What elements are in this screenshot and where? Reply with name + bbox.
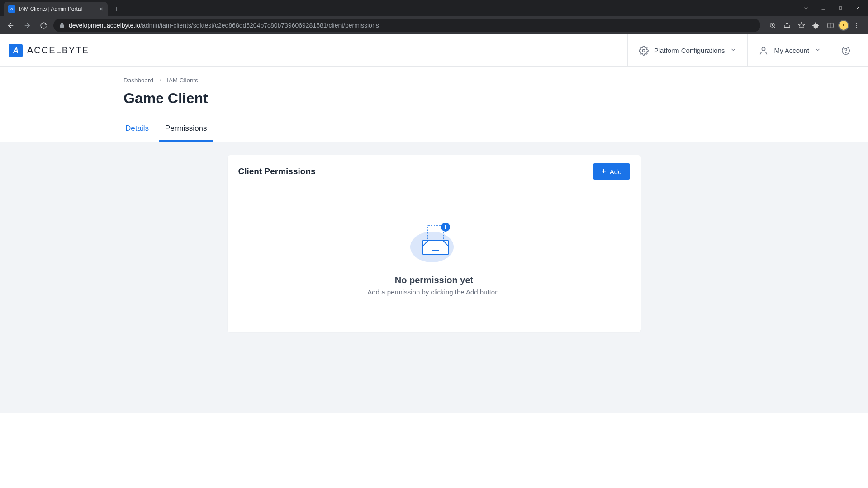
back-button[interactable] — [5, 19, 17, 32]
browser-chrome: A IAM Clients | Admin Portal × + — [0, 0, 868, 34]
url-actions — [766, 19, 863, 32]
gear-icon — [639, 46, 649, 56]
minimize-window-icon[interactable] — [816, 2, 831, 14]
url-text: development.accelbyte.io/admin/iam-clien… — [69, 22, 379, 29]
chevron-down-icon — [730, 47, 736, 54]
tab-permissions[interactable]: Permissions — [163, 124, 209, 141]
maximize-window-icon[interactable] — [833, 2, 848, 14]
extensions-icon[interactable] — [809, 19, 823, 32]
content-header-area: Dashboard IAM Clients Game Client Detail… — [123, 67, 537, 142]
side-panel-icon[interactable] — [824, 19, 837, 32]
user-icon — [759, 46, 768, 56]
tab-strip: A IAM Clients | Admin Portal × + — [0, 0, 868, 16]
chevron-down-icon — [815, 47, 821, 54]
tab-details[interactable]: Details — [123, 124, 151, 141]
panel-title: Client Permissions — [238, 166, 316, 176]
logo[interactable]: A ACCELBYTE — [9, 44, 89, 57]
header-right: Platform Configurations My Account — [627, 34, 859, 66]
profile-avatar[interactable] — [838, 20, 849, 31]
breadcrumb-item-dashboard[interactable]: Dashboard — [123, 77, 153, 84]
empty-state-subtitle: Add a permission by clicking the Add but… — [367, 288, 500, 296]
url-bar[interactable]: development.accelbyte.io/admin/iam-clien… — [53, 19, 760, 32]
url-path: /admin/iam-clients/sdktest/c2ed868dd6204… — [140, 22, 379, 29]
app-header: A ACCELBYTE Platform Configurations My A… — [0, 34, 868, 67]
window-controls — [798, 0, 865, 16]
empty-state-illustration-icon — [405, 220, 464, 265]
url-host: development.accelbyte.io — [69, 22, 140, 29]
tab-title: IAM Clients | Admin Portal — [19, 6, 96, 12]
add-permission-button[interactable]: + Add — [593, 163, 630, 180]
platform-config-menu[interactable]: Platform Configurations — [627, 34, 748, 66]
panel-area: Client Permissions + Add — [0, 142, 868, 413]
platform-config-label: Platform Configurations — [654, 47, 725, 54]
browser-tab[interactable]: A IAM Clients | Admin Portal × — [4, 2, 108, 16]
permissions-panel: Client Permissions + Add — [228, 155, 641, 332]
svg-point-17 — [845, 52, 846, 52]
page-title: Game Client — [123, 90, 537, 107]
add-button-label: Add — [610, 168, 622, 175]
page: A ACCELBYTE Platform Configurations My A… — [0, 34, 868, 488]
svg-point-15 — [762, 47, 765, 50]
svg-rect-20 — [432, 250, 439, 251]
close-window-icon[interactable] — [850, 2, 865, 14]
chevron-right-icon — [158, 77, 162, 84]
svg-line-5 — [774, 27, 775, 28]
panel-body: No permission yet Add a permission by cl… — [228, 188, 641, 332]
help-button[interactable] — [832, 34, 859, 66]
kebab-menu-icon[interactable] — [850, 19, 863, 32]
breadcrumb: Dashboard IAM Clients — [123, 67, 537, 84]
svg-point-12 — [856, 25, 857, 26]
logo-mark-icon: A — [9, 44, 23, 57]
close-tab-icon[interactable]: × — [100, 5, 103, 13]
plus-icon: + — [601, 167, 606, 175]
url-bar-row: development.accelbyte.io/admin/iam-clien… — [0, 16, 868, 34]
bookmark-icon[interactable] — [795, 19, 808, 32]
zoom-icon[interactable] — [766, 19, 779, 32]
lock-icon — [59, 22, 65, 28]
page-body: Dashboard IAM Clients Game Client Detail… — [0, 67, 868, 488]
svg-rect-1 — [839, 7, 842, 9]
breadcrumb-item-iam-clients[interactable]: IAM Clients — [167, 77, 198, 84]
forward-button[interactable] — [21, 19, 33, 32]
tabs: Details Permissions — [123, 124, 537, 142]
svg-point-11 — [856, 23, 857, 24]
logo-text: ACCELBYTE — [27, 45, 89, 56]
account-label: My Account — [774, 47, 809, 54]
tab-search-icon[interactable] — [798, 2, 814, 14]
svg-marker-8 — [798, 22, 804, 28]
panel-header: Client Permissions + Add — [228, 155, 641, 188]
svg-point-13 — [856, 27, 857, 28]
svg-rect-9 — [828, 23, 833, 28]
share-icon[interactable] — [780, 19, 794, 32]
svg-point-14 — [642, 49, 645, 52]
account-menu[interactable]: My Account — [747, 34, 832, 66]
favicon-icon: A — [8, 5, 15, 13]
reload-button[interactable] — [37, 19, 50, 32]
empty-state-title: No permission yet — [395, 275, 473, 285]
new-tab-button[interactable]: + — [110, 3, 123, 15]
